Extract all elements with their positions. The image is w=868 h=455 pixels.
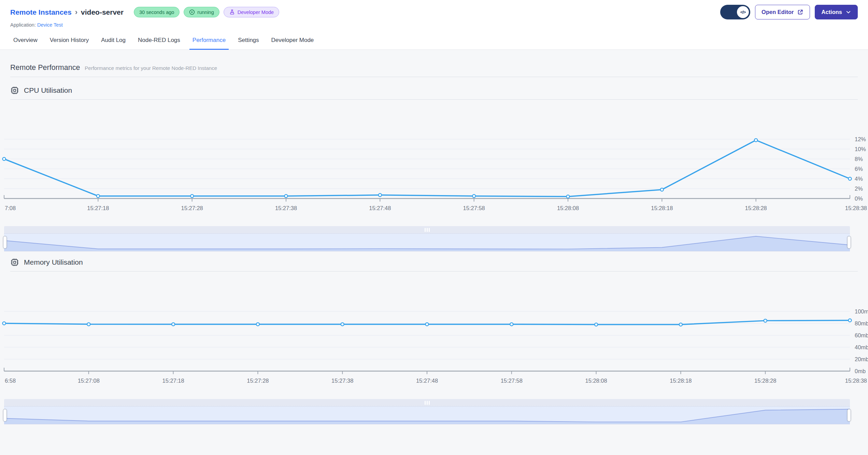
tab-version-history[interactable]: Version History: [47, 32, 92, 49]
svg-text:40mb: 40mb: [855, 344, 868, 350]
memory-chart-range-selector[interactable]: [4, 399, 850, 424]
svg-text:7:08: 7:08: [5, 205, 16, 211]
svg-text:15:28:18: 15:28:18: [670, 378, 692, 384]
developer-mode-badge: Developer Mode: [224, 7, 279, 17]
svg-text:15:28:18: 15:28:18: [651, 205, 673, 211]
cpu-utilisation-chart[interactable]: 0%2%4%6%8%10%12%7:0815:27:1815:27:2815:2…: [0, 100, 868, 212]
memory-brush-handle-left[interactable]: [3, 409, 7, 422]
editor-toggle[interactable]: </>: [720, 5, 750, 19]
tab-settings[interactable]: Settings: [235, 32, 262, 49]
instance-header: Remote Instances › video-server 30 secon…: [0, 0, 868, 50]
tab-developer-mode[interactable]: Developer Mode: [268, 32, 317, 49]
divider: [10, 77, 858, 77]
page-title: Remote Performance: [10, 63, 80, 72]
svg-text:20mb: 20mb: [855, 356, 868, 362]
developer-mode-label: Developer Mode: [238, 10, 274, 15]
performance-panel: Remote Performance Performance metrics f…: [0, 63, 868, 424]
svg-text:0mb: 0mb: [855, 368, 866, 374]
open-editor-button[interactable]: Open Editor: [755, 5, 810, 19]
svg-text:15:28:38: 15:28:38: [845, 205, 867, 211]
svg-text:15:28:28: 15:28:28: [745, 205, 767, 211]
memory-chip-icon: [10, 258, 19, 267]
svg-text:15:27:48: 15:27:48: [369, 205, 391, 211]
svg-text:80mb: 80mb: [855, 320, 868, 326]
flask-icon: [229, 9, 235, 15]
memory-brush-handle-right[interactable]: [847, 409, 851, 422]
last-seen-label: 30 seconds ago: [139, 10, 174, 15]
instance-tabs: Overview Version History Audit Log Node-…: [0, 32, 868, 50]
page-subtitle: Performance metrics for your Remote Node…: [85, 65, 217, 71]
running-status-label: running: [197, 10, 214, 15]
code-icon: </>: [737, 6, 749, 18]
memory-section: Memory Utilisation 0mb20mb40mb60mb80mb10…: [0, 258, 868, 424]
breadcrumb-current-instance: video-server: [81, 8, 124, 16]
tab-overview[interactable]: Overview: [10, 32, 41, 49]
chevron-down-icon: [845, 9, 851, 15]
svg-text:15:27:58: 15:27:58: [463, 205, 485, 211]
actions-label: Actions: [821, 9, 842, 15]
actions-button[interactable]: Actions: [815, 5, 858, 19]
memory-brush-preview[interactable]: [4, 407, 850, 424]
svg-text:15:28:08: 15:28:08: [585, 378, 607, 384]
tab-audit-log[interactable]: Audit Log: [98, 32, 129, 49]
svg-text:0%: 0%: [855, 195, 863, 202]
running-status-badge: running: [184, 7, 219, 17]
memory-chart-title: Memory Utilisation: [24, 258, 83, 266]
svg-text:15:27:18: 15:27:18: [87, 205, 109, 211]
application-row: Application: Device Test: [0, 19, 868, 32]
svg-text:2%: 2%: [855, 186, 863, 192]
memory-brush-bar[interactable]: [4, 399, 850, 407]
svg-text:15:27:08: 15:27:08: [78, 378, 100, 384]
svg-text:15:28:28: 15:28:28: [754, 378, 776, 384]
last-seen-badge: 30 seconds ago: [134, 7, 180, 17]
open-editor-label: Open Editor: [762, 9, 794, 15]
svg-text:12%: 12%: [855, 136, 866, 142]
status-badges: 30 seconds ago running Developer Mode: [134, 7, 279, 17]
play-circle-icon: [189, 9, 195, 15]
cpu-chip-icon: [10, 86, 19, 95]
breadcrumb-remote-instances[interactable]: Remote Instances: [10, 8, 72, 16]
application-link[interactable]: Device Test: [37, 22, 63, 28]
svg-text:15:27:48: 15:27:48: [416, 378, 438, 384]
svg-text:100mb: 100mb: [855, 308, 868, 314]
cpu-section: CPU Utilisation 0%2%4%6%8%10%12%7:0815:2…: [0, 86, 868, 251]
breadcrumb: Remote Instances › video-server: [10, 8, 124, 17]
cpu-brush-preview[interactable]: [4, 234, 850, 251]
external-link-icon: [797, 9, 803, 15]
svg-text:6:58: 6:58: [5, 378, 16, 384]
drag-grip-icon[interactable]: [425, 401, 430, 405]
tab-node-red-logs[interactable]: Node-RED Logs: [135, 32, 183, 49]
cpu-chart-title: CPU Utilisation: [24, 86, 72, 94]
svg-text:8%: 8%: [855, 156, 863, 162]
cpu-brush-bar[interactable]: [4, 226, 850, 234]
cpu-brush-handle-left[interactable]: [3, 236, 7, 249]
svg-text:15:27:38: 15:27:38: [275, 205, 297, 211]
svg-text:10%: 10%: [855, 146, 866, 152]
memory-utilisation-chart[interactable]: 0mb20mb40mb60mb80mb100mb6:5815:27:0815:2…: [0, 271, 868, 386]
breadcrumb-separator-icon: ›: [75, 8, 77, 17]
svg-text:15:27:28: 15:27:28: [181, 205, 203, 211]
cpu-brush-handle-right[interactable]: [847, 236, 851, 249]
svg-text:15:28:08: 15:28:08: [557, 205, 579, 211]
tab-performance[interactable]: Performance: [189, 32, 229, 49]
svg-text:4%: 4%: [855, 176, 863, 182]
svg-text:15:27:18: 15:27:18: [162, 378, 184, 384]
svg-text:15:28:38: 15:28:38: [845, 378, 867, 384]
svg-text:6%: 6%: [855, 166, 863, 172]
svg-text:60mb: 60mb: [855, 332, 868, 338]
svg-text:15:27:38: 15:27:38: [331, 378, 353, 384]
application-label: Application:: [10, 22, 36, 28]
drag-grip-icon[interactable]: [425, 228, 430, 232]
svg-text:15:27:58: 15:27:58: [501, 378, 523, 384]
svg-text:15:27:28: 15:27:28: [247, 378, 269, 384]
cpu-chart-range-selector[interactable]: [4, 226, 850, 251]
